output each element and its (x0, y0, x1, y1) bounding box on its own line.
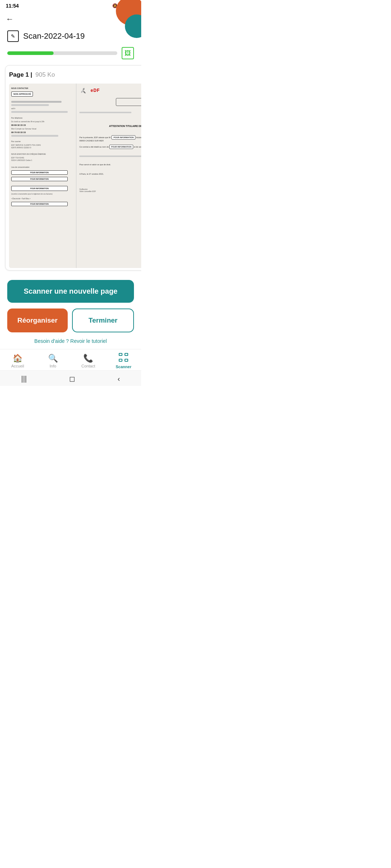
progress-image-icon: 🖼 (122, 47, 134, 59)
doc-courrier-label: Par courrier (11, 140, 74, 142)
title-row: ✎ Scan-2022-04-19 (0, 27, 141, 46)
confidential-area: pb00112 CONFIDENTIEL (79, 98, 141, 106)
page-card-1: Page 1 | 905 Ko (5, 65, 141, 271)
scan-new-page-button[interactable]: Scanner une nouvelle page (7, 280, 134, 303)
pour-info-badge-4: POUR INFORMATION (11, 202, 68, 206)
doc-line-1 (11, 101, 62, 103)
page-1-preview: NOUS CONTACTER NON APPROUVÉ edf.fr Par t… (9, 84, 141, 268)
home-icon: 🏠 (13, 354, 22, 363)
nav-item-contact[interactable]: 📞 Contact (71, 354, 106, 368)
status-icons: 🔕 📶 38% (112, 3, 135, 8)
doc-right-column: eDF R pb00112 CONFIDENTIEL (76, 84, 141, 268)
info-icon: 🔍 (48, 354, 58, 363)
attestation-body-2: Ce contrat a été établi au nom de POUR I… (79, 145, 141, 149)
doc-small-desc: (numéro à transmettre pour le règlement … (11, 193, 74, 195)
page-1-size: 905 Ko (35, 71, 55, 78)
attestation-body: Par la présente, EDF atteste que M. POUR… (79, 136, 141, 142)
confidential-box: pb00112 CONFIDENTIEL (116, 98, 141, 106)
pour-info-inline-2: POUR INFORMATION (109, 145, 133, 149)
progress-bar-fill (7, 51, 54, 55)
mute-icon: 🔕 (112, 3, 118, 8)
edit-icon[interactable]: ✎ (7, 30, 19, 42)
confidential-line2: CONFIDENTIEL (118, 102, 141, 104)
doc-small-text-3: Du lundi au samedi des 8h et jusqu'à 20h (11, 120, 74, 123)
attestation-title: ATTESTATION TITULAIRE DE CONTRAT (79, 125, 141, 127)
doc-cheque-addr: EDF TSA 8146191014 LIMOGES Cedex 1 (11, 157, 74, 162)
bottom-nav: 🏠 Accueil 🔍 Info 📞 Contact Scanner (0, 349, 141, 370)
date-text: A Paris, le 27 octobre 2021. (79, 173, 141, 175)
doc-top-row: eDF R (79, 87, 141, 94)
top-nav: ← (0, 10, 141, 27)
action-buttons-row: Réorganiser Terminer (7, 309, 134, 332)
non-approuve-badge: NON APPROUVÉ (11, 92, 33, 97)
pour-info-badge-1: POUR INFORMATION (11, 170, 68, 175)
system-home-button[interactable]: ◻ (69, 374, 75, 383)
pour-info-badge-2: POUR INFORMATION (11, 177, 68, 181)
signature-area: GuillaumeVotre conseiller EDF (79, 188, 141, 192)
page-card-1-title: Page 1 | 905 Ko (9, 71, 55, 78)
edf-fan-icon (79, 87, 89, 94)
doc-electrecite-label: • Électricité • Tarif Bleu • (11, 197, 74, 200)
pour-info-badge-3: POUR INFORMATION (11, 186, 68, 191)
svg-rect-7 (119, 353, 122, 356)
page-1-separator: | (30, 71, 34, 78)
doc-small-text-1: edf.fr (11, 107, 74, 110)
doc-line-2 (11, 104, 49, 106)
nav-label-info: Info (50, 364, 56, 368)
doc-phone-1: 09 69 32 15 15 (11, 124, 74, 126)
doc-address: EDF SERVICE CLIENTS TSA 2194162975 ARRAS… (11, 144, 74, 149)
nav-label-scanner: Scanner (116, 365, 131, 369)
edf-logo-area: eDF (79, 87, 100, 94)
doc-small-text-4: Mon Compte sur Serveur Vocal (11, 128, 74, 130)
nav-item-accueil[interactable]: 🏠 Accueil (0, 354, 35, 368)
status-bar: 11:54 🔕 📶 38% (0, 0, 141, 10)
status-time: 11:54 (6, 3, 19, 9)
system-back-button[interactable]: ‹ (118, 375, 120, 383)
doc-phone-2: 09 70 03 33 33 (11, 131, 74, 133)
pour-info-inline-1: POUR INFORMATION (112, 135, 135, 140)
svg-rect-9 (119, 359, 122, 361)
terminer-button[interactable]: Terminer (72, 309, 134, 332)
contact-icon: 📞 (83, 354, 93, 363)
system-menu-button[interactable]: ||| (21, 375, 27, 383)
help-link[interactable]: Besoin d'aide ? Revoir le tutoriel (7, 338, 134, 344)
doc-cheque-label: NOUS ENVOYER UN CHÈQUE ÉNERGIE (11, 153, 74, 155)
progress-row: 🖼 (0, 46, 141, 64)
wifi-icon: 📶 (119, 3, 125, 8)
doc-right-line2 (79, 156, 141, 157)
svg-rect-10 (125, 359, 128, 361)
nav-label-contact: Contact (81, 364, 95, 368)
nav-item-info[interactable]: 🔍 Info (35, 354, 71, 368)
battery-text: 38% (127, 3, 135, 8)
doc-line-4 (11, 135, 58, 137)
svg-rect-8 (125, 353, 128, 356)
nous-contacter-label: NOUS CONTACTER (11, 87, 74, 89)
reorganiser-button[interactable]: Réorganiser (7, 309, 68, 332)
doc-line-3 (11, 111, 68, 113)
doc-inner: NOUS CONTACTER NON APPROUVÉ edf.fr Par t… (9, 84, 141, 268)
page-card-1-header: Page 1 | 905 Ko (9, 69, 141, 81)
doc-left-column: NOUS CONTACTER NON APPROUVÉ edf.fr Par t… (9, 84, 76, 268)
edf-text: eDF (91, 88, 100, 93)
nav-item-scanner[interactable]: Scanner (106, 353, 142, 369)
pages-scroll-area[interactable]: Page 1 | 905 Ko (0, 64, 141, 276)
edit-icon-glyph: ✎ (11, 33, 15, 39)
pour-servir-text: Pour servir et valoir ce que de droit. (79, 163, 141, 166)
nav-label-accueil: Accueil (11, 364, 24, 368)
bottom-section: Scanner une nouvelle page Réorganiser Te… (0, 276, 141, 349)
scanner-nav-icon (119, 353, 128, 364)
back-button[interactable]: ← (6, 13, 17, 25)
doc-right-line1 (79, 112, 131, 113)
document-title: Scan-2022-04-19 (23, 31, 85, 41)
system-nav-bar: ||| ◻ ‹ (0, 370, 141, 386)
progress-bar-container (7, 51, 117, 55)
page-1-label: Page 1 (9, 71, 29, 78)
doc-small-text-2: Par téléphone (11, 117, 74, 119)
doc-lieu-consommation: Lieu de consommation (11, 166, 74, 168)
image-icon-glyph: 🖼 (125, 50, 131, 57)
